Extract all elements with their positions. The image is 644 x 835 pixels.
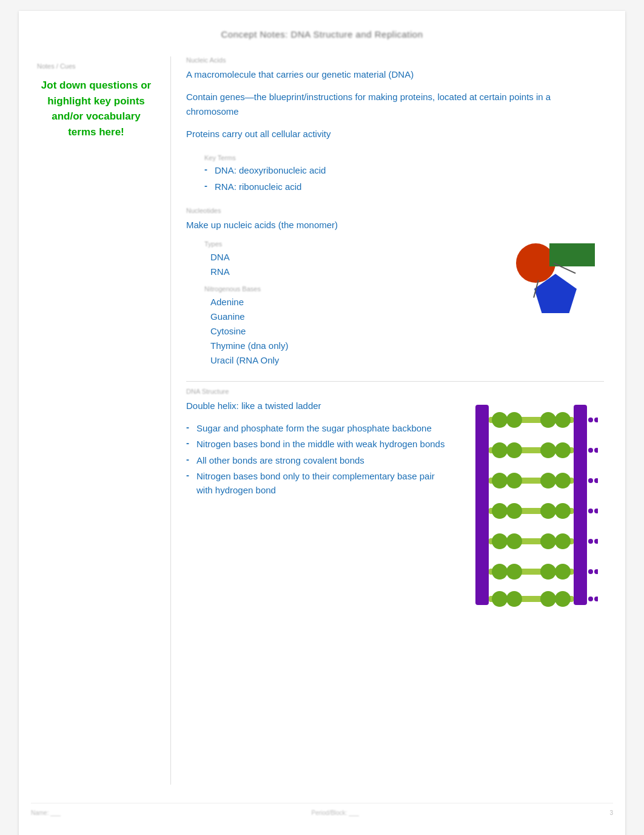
svg-point-10	[492, 442, 508, 458]
svg-point-7	[588, 418, 593, 422]
section1-line2: Contain genes—the blueprint/instructions…	[186, 90, 604, 118]
bullet-rna-name: - RNA: ribonucleic acid	[204, 180, 604, 194]
svg-point-19	[540, 473, 556, 488]
footer-name: Name: ___	[31, 810, 61, 816]
footer-page-number: 3	[609, 810, 613, 816]
section-divider	[186, 381, 604, 382]
svg-point-26	[540, 503, 556, 519]
section4-label: DNA Structure	[186, 388, 604, 395]
svg-point-17	[492, 473, 508, 488]
dna-svg	[465, 399, 598, 611]
types-sub: Types DNARNA	[204, 240, 471, 279]
section2-label: Key Terms	[204, 154, 604, 161]
section-dna-structure: DNA Structure Double helix: like a twist…	[186, 388, 604, 614]
section4-intro: Double helix: like a twisted ladder	[186, 399, 452, 413]
sidebar-instruction: Jot down questions or highlight key poin…	[37, 75, 155, 143]
main-content: Nucleic Acids A macromolecule that carri…	[177, 56, 613, 785]
footer-period: Period/Block: ___	[311, 810, 358, 816]
dna-bullet-2: - Nitrogen bases bond in the middle with…	[186, 438, 452, 451]
svg-point-4	[506, 412, 522, 428]
dna-bullet-text-3: All other bonds are strong covalent bond…	[196, 454, 364, 468]
section3-label: Nucleotides	[186, 207, 604, 214]
svg-point-42	[588, 569, 593, 574]
svg-point-24	[492, 503, 508, 519]
svg-point-49	[588, 597, 593, 601]
dash-1: -	[204, 164, 207, 174]
svg-point-21	[588, 478, 593, 483]
section-key-terms: Key Terms - DNA: deoxyribonucleic acid -…	[186, 154, 604, 194]
svg-point-27	[555, 503, 571, 519]
svg-point-43	[594, 569, 598, 574]
svg-point-22	[594, 478, 598, 483]
svg-point-41	[555, 564, 571, 580]
svg-point-34	[555, 533, 571, 549]
svg-point-36	[594, 539, 598, 544]
page-footer: Name: ___ Period/Block: ___ 3	[31, 803, 613, 816]
main-layout: Notes / Cues Jot down questions or highl…	[31, 56, 613, 785]
svg-point-3	[492, 412, 508, 428]
nucleotide-diagram	[486, 234, 601, 325]
dna-dash-2: -	[186, 438, 189, 448]
svg-point-15	[594, 448, 598, 453]
dna-structure-row: Double helix: like a twisted ladder - Su…	[186, 399, 604, 614]
bullet-dna-name: - DNA: deoxyribonucleic acid	[204, 164, 604, 178]
svg-point-32	[506, 533, 522, 549]
page: Concept Notes: DNA Structure and Replica…	[19, 11, 625, 835]
section1-label: Nucleic Acids	[186, 56, 604, 64]
svg-point-8	[594, 418, 598, 422]
dna-bullet-3: - All other bonds are strong covalent bo…	[186, 454, 452, 468]
svg-point-31	[492, 533, 508, 549]
svg-point-29	[594, 509, 598, 513]
sidebar: Notes / Cues Jot down questions or highl…	[31, 56, 164, 785]
nucleotides-row: Types DNARNA Nitrogenous Bases AdenineGu…	[186, 240, 604, 368]
section3-intro: Make up nucleic acids (the monomer)	[186, 218, 604, 232]
dash-2: -	[204, 180, 207, 191]
bases-section: Nitrogenous Bases AdenineGuanineCytosine…	[204, 285, 471, 368]
section-nucleic-acids: Nucleic Acids A macromolecule that carri…	[186, 56, 604, 141]
svg-point-11	[506, 442, 522, 458]
dna-bullet-text-1: Sugar and phosphate form the sugar phosp…	[196, 422, 432, 436]
svg-point-48	[555, 591, 571, 607]
svg-point-50	[594, 597, 598, 601]
svg-point-39	[506, 564, 522, 580]
dna-bullet-4: - Nitrogen bases bond only to their comp…	[186, 470, 452, 497]
bullet-rna-text: RNA: ribonucleic acid	[215, 180, 301, 194]
section-nucleotides: Nucleotides Make up nucleic acids (the m…	[186, 207, 604, 368]
key-terms-sub: Key Terms - DNA: deoxyribonucleic acid -…	[204, 154, 604, 194]
svg-point-5	[540, 412, 556, 428]
svg-point-47	[540, 591, 556, 607]
bullet-dna-text: DNA: deoxyribonucleic acid	[215, 164, 326, 178]
nucleotide-diagram-area	[483, 240, 604, 325]
nucleotide-types: DNARNA	[210, 250, 471, 279]
svg-point-20	[555, 473, 571, 488]
dna-text-left: Double helix: like a twisted ladder - Su…	[186, 399, 452, 499]
svg-point-38	[492, 564, 508, 580]
svg-point-12	[540, 442, 556, 458]
dna-dash-3: -	[186, 454, 189, 464]
bases-label: Nitrogenous Bases	[204, 285, 471, 292]
svg-point-35	[588, 539, 593, 544]
page-title: Concept Notes: DNA Structure and Replica…	[31, 29, 613, 39]
svg-point-45	[492, 591, 508, 607]
sidebar-label: Notes / Cues	[37, 63, 155, 70]
nucleotides-left: Types DNARNA Nitrogenous Bases AdenineGu…	[186, 240, 471, 368]
section1-line3: Proteins carry out all cellular activity	[186, 127, 604, 141]
svg-point-6	[555, 412, 571, 428]
dna-bullet-1: - Sugar and phosphate form the sugar pho…	[186, 422, 452, 436]
svg-point-25	[506, 503, 522, 519]
dna-dash-4: -	[186, 470, 189, 480]
svg-point-40	[540, 564, 556, 580]
svg-rect-1	[574, 405, 587, 605]
svg-point-18	[506, 473, 522, 488]
bases-list: AdenineGuanineCytosineThymine (dna only)…	[210, 295, 471, 368]
dna-bullet-text-4: Nitrogen bases bond only to their comple…	[196, 470, 452, 497]
svg-point-28	[588, 509, 593, 513]
svg-point-14	[588, 448, 593, 453]
svg-point-33	[540, 533, 556, 549]
section1-line1: A macromolecule that carries our genetic…	[186, 67, 604, 81]
svg-point-13	[555, 442, 571, 458]
svg-point-46	[506, 591, 522, 607]
svg-rect-0	[475, 405, 489, 605]
types-label: Types	[204, 240, 471, 248]
dna-dash-1: -	[186, 422, 189, 432]
